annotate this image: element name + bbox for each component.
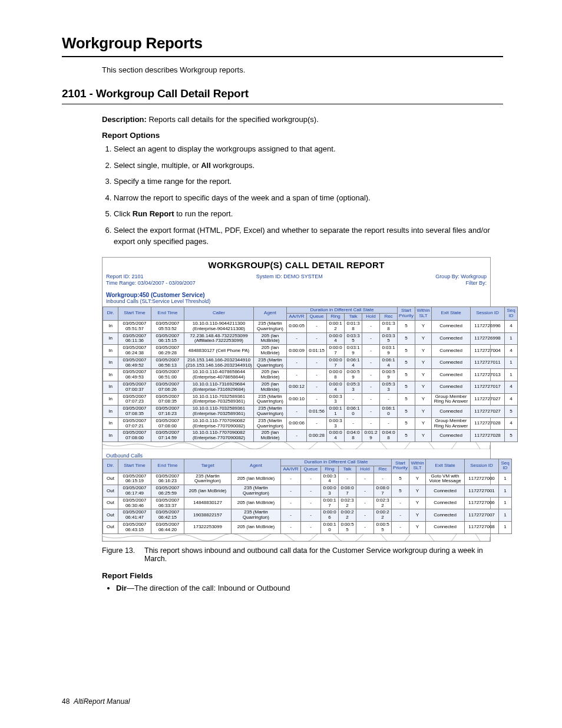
field-desc: —The direction of the call: Inbound or O… <box>127 584 290 592</box>
table-row: Out03/05/2007 06:30:4603/05/2007 06:33:3… <box>103 497 512 509</box>
table-row: Out03/05/2007 06:17:4903/05/2007 06:25:5… <box>103 485 512 498</box>
figure-label: Figure 13. <box>102 546 144 563</box>
field-name: Dir <box>116 584 127 592</box>
workgroup-name: Workgroup:450 (Customer Service) <box>103 291 490 298</box>
table-row: Out03/05/2007 06:41:4703/05/2007 06:42:1… <box>103 509 512 522</box>
option-item: Narrow the report to specific days of th… <box>114 192 503 204</box>
filter-by: Filter By: <box>465 280 487 286</box>
report-title: WORKGROUP(S) CALL DETAIL REPORT <box>103 258 490 272</box>
description-label: Description: <box>102 115 147 124</box>
table-row: In03/05/2007 07:07:2103/05/2007 07:08:00… <box>103 417 518 430</box>
figure-caption: Figure 13. This report shows inbound and… <box>102 546 503 563</box>
table-row: In03/05/2007 06:24:3803/05/2007 06:29:28… <box>103 345 518 357</box>
table-row: In03/05/2007 06:49:5203/05/2007 06:56:13… <box>103 357 518 369</box>
report-options-heading: Report Options <box>102 131 503 140</box>
intro-text: This section describes Workgroup reports… <box>102 65 503 74</box>
report-options-list: Select an agent to display the workgroup… <box>102 143 503 248</box>
table-row: In03/05/2007 07:08:0003/05/2007 07:14:59… <box>103 430 518 442</box>
table-row: Out03/05/2007 06:15:1903/05/2007 06:16:2… <box>103 473 512 485</box>
option-item: Select an agent to display the workgroup… <box>114 143 503 155</box>
report-id: Report ID: 2101 <box>106 274 144 279</box>
report-screenshot: WORKGROUP(S) CALL DETAIL REPORT Report I… <box>102 257 491 542</box>
section-rule <box>62 104 503 104</box>
footer-title: AltiReport Manual <box>74 697 130 706</box>
report-fields-list: Dir—The direction of the call: Inbound o… <box>105 584 503 592</box>
table-row: In03/05/2007 07:00:3703/05/2007 07:06:26… <box>103 381 518 394</box>
page-footer: 48 AltiReport Manual <box>62 697 130 706</box>
table-row: Out03/05/2007 06:43:1503/05/2007 06:44:2… <box>103 522 512 534</box>
table-row: In03/05/2007 06:11:3603/05/2007 06:15:15… <box>103 332 518 345</box>
option-item: Click Run Report to run the report. <box>114 208 503 220</box>
group-by: Group By: Workgroup <box>435 274 487 279</box>
outbound-label: Outbound Calls <box>103 449 490 459</box>
torn-edge-icon <box>103 534 490 541</box>
option-item: Select single, multiple, or All workgrou… <box>114 160 503 172</box>
outbound-table: Dir. Start Time End Time Target Agent Du… <box>103 459 512 534</box>
time-range: Time Range: 03/04/2007 - 03/09/2007 <box>106 280 196 286</box>
section-heading: 2101 - Workgroup Call Detail Report <box>62 87 503 100</box>
system-id: System ID: DEMO SYSTEM <box>256 274 323 279</box>
option-item: Select the export format (HTML, PDF, Exc… <box>114 225 503 248</box>
inbound-table: Dir. Start Time End Time Caller Agent Du… <box>103 307 518 443</box>
table-row: In03/05/2007 05:51:5703/05/2007 05:53:52… <box>103 321 518 333</box>
figure-text: This report shows inbound and outbound c… <box>144 546 503 563</box>
inbound-label: Inbound Calls (SLT:Service Level Thresho… <box>103 298 490 307</box>
option-item: Specify a time range for the report. <box>114 176 503 187</box>
title-rule <box>62 56 503 57</box>
description: Description: Reports call details for th… <box>102 115 503 124</box>
field-item: Dir—The direction of the call: Inbound o… <box>116 584 503 592</box>
description-text: Reports call details for the specified w… <box>147 115 319 124</box>
torn-edge-icon <box>103 442 490 449</box>
table-row: In03/05/2007 07:08:3503/05/2007 07:16:23… <box>103 406 518 418</box>
table-row: In03/05/2007 06:49:5303/05/2007 06:51:00… <box>103 369 518 381</box>
page-title: Workgroup Reports <box>62 34 503 52</box>
table-row: In03/05/2007 07:07:2303/05/2007 07:08:35… <box>103 393 518 406</box>
report-fields-heading: Report Fields <box>102 571 503 580</box>
page-number: 48 <box>62 697 70 706</box>
